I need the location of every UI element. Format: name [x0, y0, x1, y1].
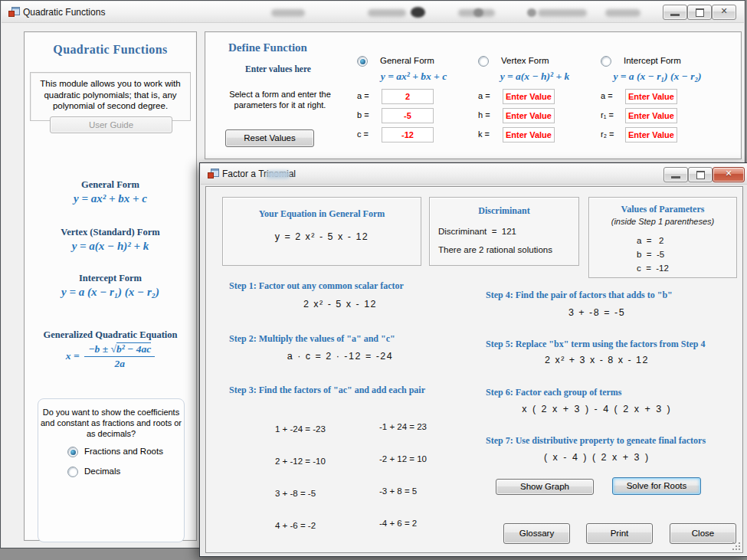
discriminant-value: Discriminant = 121 [438, 227, 516, 236]
factor-trinomial-content: Your Equation in General Form y = 2 x² -… [205, 186, 743, 553]
param-label-r2: r₂ = [601, 129, 614, 139]
main-titlebar[interactable]: Quadratic Functions ✕ [2, 2, 744, 23]
intercept-form-column: Intercept Form y = a (x − r₁) (x − r₂) a… [596, 32, 719, 159]
param-input-r2[interactable]: Enter Value [625, 127, 677, 142]
maximize-button[interactable] [688, 167, 713, 182]
factor-pairs-right: -1 + 24 = 23 -2 + 12 = 10 -3 + 8 = 5 -4 … [379, 400, 427, 550]
step3-heading: Step 3: Find the factors of "ac" and add… [229, 385, 425, 396]
radio-fractions-and-roots[interactable]: Fractions and Roots [67, 447, 175, 457]
param-label-r1: r₁ = [601, 110, 614, 120]
close-icon: ✕ [713, 169, 744, 178]
display-options-box: Do you want to show the coefficients and… [38, 398, 185, 542]
minimize-button[interactable] [663, 167, 688, 182]
step7-heading: Step 7: Use distributive property to gen… [486, 435, 706, 447]
equation-box: Your Equation in General Form y = 2 x² -… [222, 197, 421, 266]
minimize-button[interactable] [663, 5, 687, 20]
param-row: k = Enter Value [473, 127, 596, 142]
factor-trinomial-window: Factor a Trinomial ✕ Your Equation in Ge… [199, 162, 747, 557]
solutions-text: There are 2 rational solutions [438, 245, 552, 254]
step5-heading: Step 5: Replace "bx" term using the fact… [486, 339, 705, 350]
define-function-panel: Define Function Enter values here Select… [205, 31, 742, 159]
param-row: a = 2 [352, 89, 475, 104]
step1-value: 2 x² - 5 x - 12 [229, 299, 451, 309]
menu-icon-blurred[interactable] [411, 7, 425, 18]
main-window-title: Quadratic Functions [23, 7, 105, 18]
close-icon: ✕ [713, 6, 736, 16]
display-question: Do you want to show the coefficients and… [38, 407, 184, 439]
menu-item-blurred[interactable] [605, 9, 641, 17]
general-form-label: General Form [25, 179, 196, 191]
parameters-subheading: (inside Step 1 parentheses) [589, 217, 736, 226]
param-row: c = -12 [352, 127, 475, 142]
radio-decimals[interactable]: Decimals [67, 467, 175, 477]
param-input-a[interactable]: Enter Value [503, 89, 555, 104]
resize-grip[interactable] [732, 542, 741, 551]
parameters-box: Values of Parameters (inside Step 1 pare… [588, 197, 737, 278]
step7-value: ( x - 4 ) ( 2 x + 3 ) [486, 452, 708, 463]
vertex-form-label: Vertex (Standard) Form [25, 227, 196, 238]
step1-heading: Step 1: Factor out any common scalar fac… [229, 280, 404, 292]
instructions-text: Select a form and enter the parameters f… [209, 89, 351, 110]
general-form-column: General Form y = ax² + bx + c a = 2 b = … [352, 32, 475, 159]
step6-heading: Step 6: Factor each group of terms [486, 387, 622, 398]
menu-item-blurred[interactable] [271, 9, 305, 17]
param-a-value: a = 2 [637, 236, 663, 245]
radio-icon [601, 56, 611, 67]
user-guide-button[interactable]: User Guide [50, 116, 172, 133]
radio-icon [478, 56, 489, 67]
intercept-form-radio[interactable]: Intercept Form [601, 56, 716, 67]
show-graph-button[interactable]: Show Graph [496, 479, 594, 495]
discriminant-heading: Discriminant [430, 205, 578, 217]
minimize-icon [670, 14, 680, 16]
general-form-equation: y = 2 x² - 5 x - 12 [223, 231, 421, 242]
step4-value: 3 + -8 = -5 [486, 307, 708, 318]
vertex-form-formula: y = a(x − h)² + k [25, 240, 196, 253]
radio-icon [67, 467, 78, 477]
step2-value: a · c = 2 · -12 = -24 [229, 351, 451, 362]
print-button[interactable]: Print [586, 523, 653, 544]
general-form-formula: y = ax² + bx + c [352, 70, 475, 83]
vertex-form-formula: y = a(x − h)² + k [473, 70, 596, 83]
param-label-a: a = [478, 91, 490, 100]
form-icon [207, 168, 219, 180]
glossary-button[interactable]: Glossary [503, 523, 570, 544]
maximize-icon [696, 8, 704, 17]
solve-for-roots-button[interactable]: Solve for Roots [612, 477, 701, 495]
close-dialog-button[interactable]: Close [670, 523, 736, 544]
generalized-equation-label: Generalized Quadratic Equation [25, 329, 196, 341]
intercept-form-label: Intercept Form [25, 273, 196, 284]
param-input-a[interactable]: Enter Value [625, 89, 677, 104]
param-c-value: c = -12 [637, 264, 669, 273]
param-row: a = Enter Value [473, 89, 596, 104]
param-input-b[interactable]: -5 [382, 108, 434, 123]
reset-values-button[interactable]: Reset Values [225, 129, 314, 147]
enter-values-subheading: Enter values here [205, 64, 351, 74]
param-input-k[interactable]: Enter Value [503, 127, 555, 142]
discriminant-box: Discriminant Discriminant = 121 There ar… [429, 197, 579, 266]
param-input-r1[interactable]: Enter Value [625, 108, 677, 123]
parameters-heading: Values of Parameters [589, 204, 736, 215]
menu-icon-blurred[interactable] [473, 8, 483, 17]
param-label-b: b = [357, 110, 369, 120]
close-button[interactable]: ✕ [713, 167, 745, 182]
general-form-radio[interactable]: General Form [357, 56, 472, 67]
param-label-a: a = [357, 91, 369, 100]
equation-box-heading: Your Equation in General Form [223, 208, 421, 220]
param-input-a[interactable]: 2 [382, 89, 434, 104]
menu-item-blurred[interactable] [538, 9, 587, 17]
maximize-button[interactable] [687, 5, 712, 20]
panel-heading: Quadratic Functions [25, 43, 196, 57]
close-button[interactable]: ✕ [712, 5, 736, 20]
quadratic-functions-panel: Quadratic Functions This module allows y… [24, 31, 197, 541]
child-titlebar[interactable]: Factor a Trinomial ✕ [201, 164, 747, 185]
param-input-h[interactable]: Enter Value [503, 108, 555, 123]
module-description: This module allows you to work with quad… [31, 73, 190, 112]
menu-item-blurred[interactable] [368, 9, 406, 17]
param-input-c[interactable]: -12 [382, 127, 434, 142]
menu-icon-blurred[interactable] [527, 8, 536, 17]
param-label-a: a = [601, 91, 613, 100]
radio-icon [357, 56, 368, 67]
module-description-box: This module allows you to work with quad… [30, 72, 191, 121]
vertex-form-radio[interactable]: Vertex Form [478, 56, 593, 67]
radio-icon [67, 447, 78, 457]
